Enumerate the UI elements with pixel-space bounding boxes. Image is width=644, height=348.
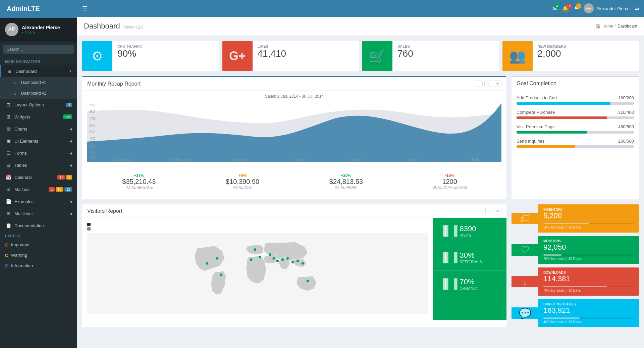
svg-text:80: 80	[90, 110, 96, 114]
sidebar-item-mailbox[interactable]: ✉ Mailbox 5 16 12	[0, 183, 77, 195]
close-button[interactable]: ✕	[494, 81, 501, 87]
nav-label: Multilevel	[14, 211, 33, 216]
sidebar-item-forms[interactable]: ☐ Forms ◀	[0, 147, 77, 159]
svg-text:March: March	[232, 158, 247, 162]
sidebar-item-multilevel[interactable]: ≡ Multilevel ◀	[0, 207, 77, 219]
chevron-right-icon: ◀	[69, 139, 72, 143]
forms-icon: ☐	[5, 150, 12, 156]
label-text: Warning	[11, 253, 27, 258]
svg-text:70: 70	[90, 117, 96, 121]
sidebar-item-widgets[interactable]: ⊞ Widgets new	[0, 111, 77, 123]
minimize-button[interactable]: −	[476, 81, 483, 87]
user-menu[interactable]: AP Alexander Pierce	[584, 3, 630, 13]
flag-badge: 9	[576, 3, 581, 9]
inventory-content: INVENTORY 5,200 50% Increase in 30 Days	[538, 204, 639, 233]
goal-label-2: Complete Purchase	[517, 110, 555, 115]
svg-point-20	[269, 253, 271, 256]
bell-nav-item[interactable]: 🔔 10	[562, 5, 569, 12]
goal-completion-box: Goal Completion Add Products to Cart 160…	[512, 76, 639, 199]
content-body: ⚙ CPU TRAFFIC 90% G+ LIKES 41,410 🛒	[77, 36, 644, 332]
monthly-section: Monthly Recap Report − ⤡ ✕ Sales: 1 Jan,…	[82, 76, 639, 199]
monthly-recap-header: Monthly Recap Report − ⤡ ✕	[82, 77, 506, 91]
widgets-icon: ⊞	[5, 114, 12, 119]
svg-point-19	[259, 256, 261, 259]
cost-change: +0%	[194, 173, 291, 178]
nav-label: Examples	[14, 199, 34, 204]
svg-text:90: 90	[90, 103, 96, 107]
monthly-recap-title: Monthly Recap Report	[87, 81, 141, 87]
visitors-box-tools: − ✕	[485, 208, 501, 214]
svg-text:30: 30	[90, 144, 96, 148]
sidebar-item-dashboard-v2[interactable]: ○ Dashboard v2	[0, 88, 77, 99]
revenue-value: $35,210.43	[91, 178, 187, 186]
nav-label: UI Elements	[14, 139, 38, 144]
info-box-likes: G+ LIKES 41,410	[222, 41, 359, 71]
svg-point-17	[216, 257, 219, 260]
mailbox-badge-yellow: 16	[56, 187, 63, 192]
page-title: Dashboard	[84, 22, 120, 31]
info-box-cpu: ⚙ CPU TRAFFIC 90%	[82, 41, 219, 71]
sidebar-item-ui-elements[interactable]: ▣ UI Elements ◀	[0, 135, 77, 147]
top-nav-username: Alexander Pierce	[596, 6, 630, 11]
dashboard-submenu: ○ Dashboard v1 ○ Dashboard v2	[0, 77, 77, 99]
svg-text:April: April	[294, 158, 305, 162]
direct-messages-content: DIRECT MESSAGES 163,921 40% Increase in …	[538, 299, 639, 327]
search-input[interactable]	[3, 45, 74, 54]
visitors-minimize-button[interactable]: −	[485, 208, 492, 214]
sidebar-item-charts[interactable]: ▤ Charts ◀	[0, 123, 77, 135]
mailbox-badge-red: 5	[49, 187, 55, 192]
visits-label: VISITS	[460, 233, 476, 237]
chart-title: Sales: 1 Jan, 2014 - 30 Jul, 2014	[87, 94, 501, 99]
inventory-stat-box: 🏷 INVENTORY 5,200 50% Increase in 30 Day…	[512, 204, 639, 233]
label-important[interactable]: Important	[0, 240, 77, 250]
monthly-recap-body: Sales: 1 Jan, 2014 - 30 Jul, 2014 90 80 …	[82, 91, 506, 199]
sidebar-user-panel: AP Alexander Pierce Online	[0, 18, 77, 42]
members-value: 2,000	[538, 48, 634, 59]
sidebar-item-label: Dashboard	[15, 69, 37, 74]
label-information[interactable]: Information	[0, 260, 77, 271]
info-box-members: 👥 NEW MEMBERS 2,000	[502, 41, 639, 71]
sidebar-item-documentation[interactable]: 📋 Documentation	[0, 219, 77, 232]
visitors-close-button[interactable]: ✕	[494, 208, 501, 214]
content-wrapper: Dashboard Version 2.0 🏠 Home / Dashboard…	[77, 17, 644, 348]
flag-nav-item[interactable]: ⚑ 9	[574, 5, 579, 12]
goal-label-4: Send Inquiries	[517, 139, 544, 144]
sidebar-item-calendar[interactable]: 📅 Calendar 17 3	[0, 171, 77, 183]
breadcrumb-home[interactable]: Home	[602, 24, 613, 29]
bell-badge: 10	[566, 3, 572, 9]
stat-profit: +20% $24,813.53 TOTAL PROFIT	[294, 170, 398, 193]
referrals-value: 30%	[460, 251, 482, 260]
sidebar-item-layout-options[interactable]: ⊡ Layout Options 4	[0, 99, 77, 111]
hamburger-button[interactable]: ☰	[82, 5, 88, 12]
label-dot-yellow	[5, 254, 8, 257]
nav-label: Dashboard v2	[21, 91, 46, 96]
sidebar-item-dashboard-v1[interactable]: ○ Dashboard v1	[0, 77, 77, 88]
goal-item-4: Send Inquiries 250/500	[517, 139, 634, 148]
maximize-button[interactable]: ⤡	[484, 81, 492, 87]
cost-value: $10,390.90	[194, 178, 291, 186]
sidebar: AdminLTE AP Alexander Pierce Online MAIN…	[0, 0, 77, 348]
map-area	[82, 218, 433, 320]
sales-value: 760	[397, 48, 494, 59]
sidebar-item-dashboard[interactable]: ⊞ Dashboard ▼	[0, 65, 77, 77]
goal-item-3: Visit Premium Page 480/800	[517, 124, 634, 134]
sidebar-item-examples[interactable]: 📄 Examples ◀	[0, 195, 77, 207]
examples-icon: 📄	[5, 199, 12, 204]
organic-label: ORGANIC	[460, 286, 477, 290]
downloads-footer: 70% Increase in 30 Days	[543, 289, 634, 292]
goals-change: -18%	[401, 173, 498, 178]
charts-icon: ▤	[5, 126, 12, 132]
inventory-label: INVENTORY	[543, 208, 634, 211]
cpu-value: 90%	[117, 48, 214, 59]
sidebar-search-container	[0, 42, 77, 57]
profit-change: +20%	[298, 173, 395, 178]
share-icon[interactable]: ⇄	[635, 5, 639, 12]
googleplus-icon: G+	[222, 41, 253, 71]
label-warning[interactable]: Warning	[0, 250, 77, 260]
sidebar-item-tables[interactable]: ⊟ Tables ◀	[0, 159, 77, 171]
goals-label: GOAL COMPLETIONS	[401, 186, 498, 189]
mail-nav-item[interactable]: ✉ 4	[553, 5, 557, 12]
svg-point-23	[286, 257, 289, 260]
direct-messages-footer: 40% Increase in 30 Days	[543, 320, 634, 324]
direct-messages-icon: 💬	[512, 307, 538, 319]
